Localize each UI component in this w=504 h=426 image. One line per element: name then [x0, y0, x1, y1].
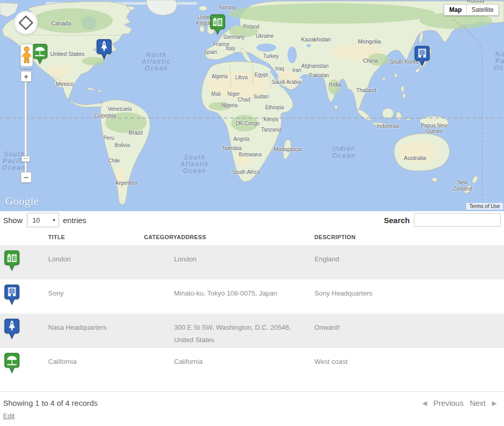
building-marker-icon	[4, 284, 20, 305]
city-marker-icon	[4, 250, 20, 271]
page-size-value: 10	[33, 216, 40, 224]
zoom-out-button[interactable]: −	[21, 172, 32, 183]
zoom-in-button[interactable]: +	[21, 71, 32, 82]
edit-link[interactable]: Edit	[3, 412, 15, 420]
next-button[interactable]: Next	[470, 399, 486, 407]
pegman-street-view[interactable]	[20, 43, 33, 69]
category-cell	[0, 245, 44, 280]
category-cell	[0, 314, 44, 348]
category-cell	[0, 280, 44, 314]
satellite-view-button[interactable]: Satellite	[466, 4, 499, 16]
pegman-icon	[20, 43, 33, 67]
column-header-categoryaddress[interactable]: CATEGORYADDRESS	[170, 234, 310, 240]
description-cell: England	[310, 245, 504, 280]
pan-arrows-icon	[14, 11, 38, 35]
description-cell: West coast	[310, 348, 504, 382]
description-cell: Onward!	[310, 314, 504, 348]
address-cell: Minato-ku, Tokyo 108-0075, Japan	[170, 280, 310, 314]
pagination: ◀ Previous Next ▶	[419, 399, 500, 407]
table-row: London London England	[0, 245, 504, 280]
previous-arrow-icon[interactable]: ◀	[422, 400, 427, 407]
entries-label: entries	[63, 216, 87, 225]
map-marker-rocket[interactable]	[96, 39, 112, 62]
search-input[interactable]	[414, 213, 501, 227]
map-marker-building[interactable]	[414, 46, 430, 68]
show-label: Show	[3, 216, 23, 225]
records-summary: Showing 1 to 4 of 4 records	[3, 399, 98, 407]
table-row: Nasa Headquarters 300 E St SW, Washingto…	[0, 314, 504, 348]
map-marker-beach[interactable]	[32, 43, 48, 66]
google-logo[interactable]: Google	[5, 195, 39, 208]
column-header-categoryaddress-label: CATEGORYADDRESS	[144, 234, 206, 240]
world-map-canvas	[0, 0, 504, 211]
google-map[interactable]: CanadaUnited StatesMexicoVenezuelaColomb…	[0, 0, 504, 211]
table-row: California California West coast	[0, 348, 504, 382]
rocket-marker-icon	[4, 318, 20, 339]
zoom-slider-handle[interactable]	[21, 156, 30, 162]
column-header-description[interactable]: DESCRIPTION	[310, 234, 504, 240]
search-label: Search	[384, 216, 410, 225]
map-pan-control[interactable]	[14, 11, 38, 35]
table-row: Sony Minato-ku, Tokyo 108-0075, Japan So…	[0, 280, 504, 314]
beach-marker-icon	[4, 352, 20, 373]
title-cell: California	[44, 348, 170, 382]
map-marker-city[interactable]	[210, 14, 225, 37]
address-cell: California	[170, 348, 310, 382]
title-cell: London	[44, 245, 170, 280]
map-view-button[interactable]: Map	[444, 4, 466, 16]
chevron-down-icon: ▾	[53, 217, 55, 223]
title-cell: Sony	[44, 280, 170, 314]
description-cell: Sony Headquarters	[310, 280, 504, 314]
next-arrow-icon[interactable]: ▶	[492, 400, 497, 407]
terms-of-use-link[interactable]: Terms of Use	[466, 203, 503, 210]
address-cell: London	[170, 245, 310, 280]
previous-button[interactable]: Previous	[434, 399, 464, 407]
map-type-switcher: Map Satellite	[444, 4, 499, 16]
table-toolbar: Show 10 ▾ entries Search	[0, 211, 504, 229]
category-cell	[0, 348, 44, 382]
page-size-select[interactable]: 10 ▾	[27, 213, 59, 227]
title-cell: Nasa Headquarters	[44, 314, 170, 348]
table-footer: Showing 1 to 4 of 4 records ◀ Previous N…	[0, 391, 504, 408]
address-cell: 300 E St SW, Washington, D.C. 20546, Uni…	[170, 314, 310, 348]
table-header-row: TITLE CATEGORYADDRESS DESCRIPTION	[0, 229, 504, 245]
